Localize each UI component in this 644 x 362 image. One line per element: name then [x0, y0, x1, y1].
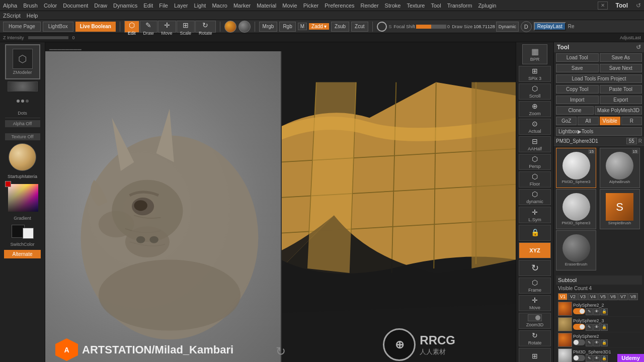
- rotate-view-button[interactable]: ↻ Rotate: [519, 330, 551, 346]
- v4-button[interactable]: V4: [588, 293, 598, 300]
- v8-button[interactable]: V8: [628, 293, 638, 300]
- tab-homepage[interactable]: Home Page: [3, 22, 41, 32]
- pm3d-s-toggle[interactable]: [573, 355, 585, 361]
- menu-help[interactable]: Help: [27, 13, 38, 19]
- ps2-2-toggle[interactable]: [573, 308, 585, 314]
- ps2-3-lock[interactable]: 🔒: [601, 324, 608, 331]
- draw-button[interactable]: ✎ Draw: [140, 21, 157, 33]
- menu-texture[interactable]: Texture: [407, 3, 425, 9]
- refresh-icon[interactable]: ↺: [636, 2, 641, 9]
- menu-dynamics[interactable]: Dynamics: [113, 3, 137, 9]
- copy-tool-button[interactable]: Copy Tool: [556, 85, 599, 94]
- tool-thumb-pm3d-sphere3[interactable]: PM3D_Sphere3 15: [556, 148, 596, 188]
- save-next-button[interactable]: Save Next: [600, 64, 642, 72]
- subtool-item-polysphere2[interactable]: PolySphere2 ✎ 👁 🔒: [556, 332, 642, 348]
- make-polymesh-button[interactable]: Make PolyMesh3D: [595, 106, 642, 115]
- dynamic-persp-button[interactable]: ⬡ dynamic: [519, 189, 551, 205]
- zsub-button[interactable]: Zsub: [331, 22, 349, 32]
- lightbox-tools-button[interactable]: Lightbox▶Tools: [556, 127, 642, 136]
- lock-button[interactable]: 🔒: [519, 225, 551, 241]
- ps2-toggle[interactable]: [573, 339, 585, 345]
- texture-off-label[interactable]: Texture Off: [5, 133, 40, 140]
- alpha-preview[interactable]: [8, 81, 38, 92]
- v7-button[interactable]: V7: [618, 293, 628, 300]
- v5-button[interactable]: V5: [598, 293, 608, 300]
- xyz-button[interactable]: XYZ: [519, 242, 551, 258]
- menu-edit[interactable]: Edit: [143, 3, 153, 9]
- lsym-button[interactable]: ✛ L.Sym: [519, 207, 551, 223]
- clone-button[interactable]: Clone: [556, 106, 594, 115]
- spin-indicator[interactable]: ↻: [276, 344, 286, 358]
- pm3d-r-indicator[interactable]: R: [638, 138, 642, 144]
- menu-stroke[interactable]: Stroke: [385, 3, 401, 9]
- v1-button[interactable]: V1: [558, 293, 568, 300]
- subtool-item-polysphere2-3[interactable]: PolySphere2_3 ✎ 👁 🔒: [556, 317, 642, 332]
- menu-preferences[interactable]: Preferences: [325, 3, 354, 9]
- ps2-lock[interactable]: 🔒: [601, 339, 608, 346]
- pm3d-s-edit[interactable]: ✎: [586, 355, 593, 362]
- texture-preview[interactable]: [238, 21, 251, 33]
- zoom-button[interactable]: ⊕ Zoom: [519, 101, 551, 117]
- canvas-content[interactable]: ↻ A ARTSTATION/Milad_Kambari ⊕: [45, 51, 516, 362]
- menu-material[interactable]: Material: [257, 3, 276, 9]
- menu-light[interactable]: Light: [194, 3, 206, 9]
- tool-thumb-simplebrush[interactable]: S SimpleBrush: [600, 189, 640, 229]
- material-sphere[interactable]: [9, 143, 36, 171]
- visible-button[interactable]: Visible: [600, 117, 620, 125]
- canvas-area[interactable]: ▁▁▁▁▁▁▁▁: [45, 42, 516, 362]
- zcut-button[interactable]: Zcut: [351, 22, 368, 32]
- r-button[interactable]: R: [621, 117, 642, 125]
- pm3d-s-eye[interactable]: 👁: [593, 355, 600, 362]
- persp-button[interactable]: ⬡ Persp: [519, 154, 551, 170]
- replay-last-button[interactable]: ReplayLast: [534, 22, 566, 31]
- zoom3d-button[interactable]: Zoom3D: [519, 313, 551, 329]
- pm3d-s-lock[interactable]: 🔒: [601, 355, 608, 362]
- save-button[interactable]: Save: [556, 64, 599, 72]
- alpha-off-label[interactable]: Alpha Off: [5, 120, 40, 127]
- tool-panel-chevron[interactable]: ↺: [636, 44, 641, 51]
- save-as-button[interactable]: Save As: [600, 53, 642, 62]
- viewport-right[interactable]: [281, 51, 516, 362]
- m-button[interactable]: M: [298, 23, 307, 30]
- pm3d-selector[interactable]: PM3D_Sphere3D1 55 R: [554, 137, 644, 146]
- move-button[interactable]: ✛ Move: [158, 21, 176, 33]
- ps2-2-eye[interactable]: 👁: [593, 308, 600, 315]
- ps2-eye[interactable]: 👁: [593, 339, 600, 346]
- actual-button[interactable]: ⊙ Actual: [519, 119, 551, 135]
- menu-draw[interactable]: Draw: [94, 3, 107, 9]
- edit-button[interactable]: ⬡ Edit: [124, 21, 139, 33]
- bpr-button[interactable]: ▦ BPR: [522, 44, 547, 64]
- material-preview[interactable]: [224, 21, 236, 33]
- menu-tool[interactable]: Tool: [431, 3, 441, 9]
- menu-file[interactable]: File: [159, 3, 168, 9]
- d-button[interactable]: D: [521, 21, 532, 32]
- goz-button[interactable]: GoZ: [556, 117, 577, 125]
- close-panel-icon[interactable]: ✕: [598, 2, 608, 10]
- menu-zscript[interactable]: ZScript: [3, 13, 21, 19]
- refresh-view-button[interactable]: ↻: [519, 260, 551, 276]
- rotate-button[interactable]: ↻ Rotate: [195, 21, 216, 33]
- color-picker[interactable]: [5, 181, 40, 214]
- frame-button[interactable]: ⬡ Frame: [519, 278, 551, 294]
- scroll-button[interactable]: ⬡ Scroll: [519, 83, 551, 100]
- dynamic-button[interactable]: Dynamic: [496, 22, 519, 32]
- import-button[interactable]: Import: [556, 96, 599, 104]
- ps2-3-toggle[interactable]: [573, 324, 585, 330]
- v6-button[interactable]: V6: [608, 293, 618, 300]
- viewport-left[interactable]: [45, 51, 281, 362]
- move-view-button[interactable]: ✛ Move: [519, 295, 551, 311]
- menu-marker[interactable]: Marker: [233, 3, 251, 9]
- tool-thumb-pm3d-sphere3-2[interactable]: PM3D_Sphere3: [556, 189, 596, 229]
- menu-macro[interactable]: Macro: [212, 3, 227, 9]
- rgb-button[interactable]: Rgb: [279, 22, 295, 32]
- paste-tool-button[interactable]: Paste Tool: [600, 85, 642, 94]
- spix-button[interactable]: ⊞ SPix 3: [519, 66, 551, 82]
- v2-button[interactable]: V2: [568, 293, 578, 300]
- ps2-3-edit[interactable]: ✎: [586, 324, 593, 331]
- mrgb-button[interactable]: Mrgb: [259, 22, 278, 32]
- tool-thumb-alphabrush[interactable]: AlphaBrush 15: [600, 148, 640, 188]
- ps2-3-eye[interactable]: 👁: [593, 324, 600, 331]
- menu-layer[interactable]: Layer: [174, 3, 188, 9]
- menu-transform[interactable]: Transform: [447, 3, 472, 9]
- aahalf-button[interactable]: ⊟ AAHalf: [519, 136, 551, 152]
